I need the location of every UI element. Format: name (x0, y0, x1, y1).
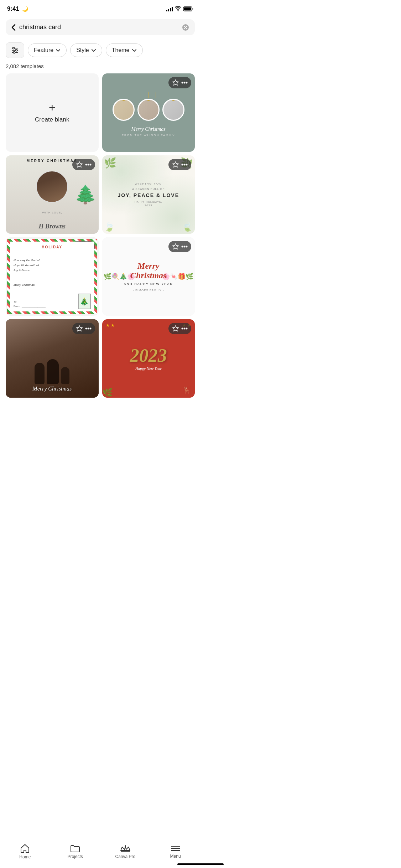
template-card-botanical-actions (168, 159, 191, 170)
svg-point-26 (89, 328, 91, 330)
template-card-ornaments-actions (168, 77, 191, 88)
star-icon (172, 325, 179, 332)
create-blank-plus-icon: + (49, 102, 56, 113)
template-card-2023-actions (168, 323, 191, 334)
search-bar: christmas card (6, 19, 195, 35)
star-icon (172, 79, 179, 86)
template-card-colorful-actions (168, 241, 191, 252)
template-card-photo-couple-more[interactable] (85, 327, 92, 330)
star-icon (76, 161, 83, 168)
svg-point-8 (14, 52, 15, 53)
star-icon (172, 243, 179, 250)
moon-icon: 🌙 (22, 6, 28, 12)
more-dots-icon (85, 327, 92, 330)
star-icon (172, 161, 179, 168)
template-card-couple-more[interactable] (85, 164, 92, 166)
template-card-2023-more[interactable] (181, 327, 188, 330)
svg-rect-1 (184, 7, 191, 11)
search-back-button[interactable] (11, 24, 16, 31)
svg-point-11 (186, 82, 188, 84)
template-card-ornaments[interactable]: Merry Christmas FROM THE WILSON FAMILY (102, 73, 195, 152)
template-card-ornaments-more[interactable] (181, 82, 188, 84)
template-card-photo-couple-star[interactable] (76, 325, 83, 332)
svg-point-13 (87, 164, 89, 166)
style-filter-pill[interactable]: Style (70, 43, 102, 57)
status-time: 9:41 🌙 (7, 5, 28, 12)
svg-point-9 (182, 82, 183, 84)
sliders-icon (11, 46, 19, 54)
template-card-colorful-star[interactable] (172, 243, 179, 250)
svg-point-14 (89, 164, 91, 166)
star-icon (76, 325, 83, 332)
template-count: 2,082 templates (0, 62, 200, 73)
template-card-couple[interactable]: MERRY CHRISTMAS WITH LOVE, H Browns 🌲 (6, 155, 99, 234)
signal-icon (166, 6, 173, 11)
svg-point-27 (182, 328, 183, 330)
theme-chevron-icon (132, 48, 137, 52)
template-card-colorful[interactable]: 🌿🍭🎄🌸 🌸🍬🎁🌿 MerryChristmas AND HAPPY NEW Y… (102, 237, 195, 316)
create-blank-label: Create blank (35, 116, 69, 123)
svg-point-28 (184, 328, 186, 330)
create-blank-card[interactable]: + Create blank (6, 73, 99, 152)
svg-point-10 (184, 82, 186, 84)
style-filter-label: Style (76, 47, 89, 53)
search-bar-wrapper: christmas card (0, 16, 200, 40)
template-card-photo-couple[interactable]: Merry Christmas (6, 319, 99, 398)
svg-point-22 (184, 246, 186, 248)
status-bar: 9:41 🌙 (0, 0, 200, 16)
template-grid: + Create blank Merr (0, 73, 200, 398)
template-card-2023[interactable]: ★ ★ ★ ★ 🦌 🌿 2023 Happy New Year (102, 319, 195, 398)
template-card-botanical-star[interactable] (172, 161, 179, 168)
theme-filter-label: Theme (112, 47, 130, 53)
svg-point-6 (13, 47, 15, 49)
more-dots-icon (181, 164, 188, 166)
style-chevron-icon (91, 48, 96, 52)
more-dots-icon (181, 327, 188, 330)
svg-point-24 (85, 328, 87, 330)
template-card-colorful-more[interactable] (181, 246, 188, 248)
template-card-2023-star[interactable] (172, 325, 179, 332)
feature-filter-label: Feature (34, 47, 53, 53)
template-card-couple-star[interactable] (76, 161, 83, 168)
svg-point-15 (182, 164, 183, 166)
wifi-icon (175, 6, 181, 11)
svg-point-7 (16, 50, 17, 51)
feature-filter-pill[interactable]: Feature (28, 43, 67, 57)
template-card-photo-couple-actions (72, 323, 95, 334)
template-design-holiday-letter: HOLIDAY Now may the God ofHope fill You … (6, 237, 99, 316)
svg-point-12 (85, 164, 87, 166)
status-icons (166, 6, 193, 11)
svg-point-16 (184, 164, 186, 166)
template-card-couple-actions (72, 159, 95, 170)
more-dots-icon (181, 246, 188, 248)
svg-point-21 (182, 246, 183, 248)
filter-row: Feature Style Theme (0, 40, 200, 62)
svg-point-25 (87, 328, 89, 330)
more-dots-icon (181, 82, 188, 84)
template-card-ornaments-star[interactable] (172, 79, 179, 86)
template-card-botanical-more[interactable] (181, 164, 188, 166)
more-dots-icon (85, 164, 92, 166)
battery-icon (183, 6, 193, 11)
search-clear-button[interactable] (182, 24, 189, 31)
template-card-botanical[interactable]: 🌿 🌿 🍃 🍃 WISHING YOU A SEASON FULL OF JOY… (102, 155, 195, 234)
template-card-holiday-letter[interactable]: HOLIDAY Now may the God ofHope fill You … (6, 237, 99, 316)
feature-chevron-icon (56, 48, 61, 52)
svg-point-23 (186, 246, 188, 248)
svg-point-17 (186, 164, 188, 166)
filter-icon-button[interactable] (6, 42, 24, 58)
theme-filter-pill[interactable]: Theme (106, 43, 143, 57)
svg-point-29 (186, 328, 188, 330)
search-query-text[interactable]: christmas card (19, 24, 178, 31)
